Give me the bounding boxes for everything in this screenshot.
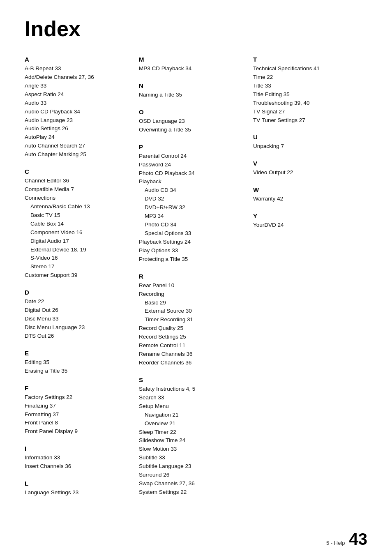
index-entry: Time 22 bbox=[253, 73, 359, 82]
index-entry: Component Video 16 bbox=[25, 228, 131, 237]
index-entry: Audio Language 23 bbox=[25, 116, 131, 125]
index-entry: Subtitle 33 bbox=[139, 454, 245, 462]
index-entry: OSD Language 23 bbox=[139, 117, 245, 126]
index-entry: External Source 30 bbox=[139, 307, 245, 316]
index-entry: Unpacking 7 bbox=[253, 142, 359, 151]
index-entry: Formatting 37 bbox=[25, 410, 131, 419]
index-entry: MP3 CD Playback 34 bbox=[139, 65, 245, 73]
section-p: PParental Control 24Password 24Photo CD … bbox=[139, 143, 245, 264]
section-m: MMP3 CD Playback 34 bbox=[139, 56, 245, 73]
index-entry: Information 33 bbox=[25, 454, 131, 462]
index-entry: Sleep Timer 22 bbox=[139, 428, 245, 437]
index-entry: Safety Instructions 4, 5 bbox=[139, 385, 245, 394]
index-entry: Recording bbox=[139, 290, 245, 299]
index-entry: Overview 21 bbox=[139, 419, 245, 428]
section-letter-d: D bbox=[25, 289, 131, 296]
index-entry: Photo CD Playback 34 bbox=[139, 169, 245, 178]
index-entry: Surround 26 bbox=[139, 471, 245, 479]
section-letter-a: A bbox=[25, 56, 131, 63]
index-entry: Parental Control 24 bbox=[139, 152, 245, 161]
index-entry: DTS Out 26 bbox=[25, 332, 131, 341]
index-entry: System Settings 22 bbox=[139, 488, 245, 497]
section-letter-w: W bbox=[253, 186, 359, 193]
index-entry: YourDVD 24 bbox=[253, 221, 359, 230]
index-entry: Connections bbox=[25, 194, 131, 203]
index-entry: Troubleshooting 39, 40 bbox=[253, 99, 359, 108]
index-entry: Rename Channels 36 bbox=[139, 350, 245, 359]
index-entry: Customer Support 39 bbox=[25, 271, 131, 280]
index-entry: Timer Recording 31 bbox=[139, 316, 245, 324]
section-letter-i: I bbox=[25, 445, 131, 452]
section-f: FFactory Settings 22Finalizing 37Formatt… bbox=[25, 385, 131, 436]
index-entry: Password 24 bbox=[139, 161, 245, 169]
index-entry: Basic TV 15 bbox=[25, 211, 131, 220]
section-letter-o: O bbox=[139, 108, 245, 115]
section-letter-n: N bbox=[139, 82, 245, 89]
index-entry: DVD 32 bbox=[139, 195, 245, 203]
index-entry: S-Video 16 bbox=[25, 254, 131, 263]
index-entry: Auto Channel Search 27 bbox=[25, 142, 131, 150]
index-entry: Record Quality 25 bbox=[139, 324, 245, 333]
page-title: Index bbox=[25, 16, 367, 41]
index-entry: Audio Settings 26 bbox=[25, 124, 131, 133]
index-entry: Reorder Channels 36 bbox=[139, 359, 245, 367]
index-entry: TV Signal 27 bbox=[253, 108, 359, 116]
index-entry: Navigation 21 bbox=[139, 411, 245, 419]
index-entry: Overwriting a Title 35 bbox=[139, 126, 245, 134]
index-entry: Slideshow Time 24 bbox=[139, 436, 245, 445]
section-e: EEditing 35Erasing a Title 35 bbox=[25, 350, 131, 376]
section-letter-u: U bbox=[253, 134, 359, 141]
section-o: OOSD Language 23Overwriting a Title 35 bbox=[139, 108, 245, 134]
section-letter-e: E bbox=[25, 350, 131, 357]
index-entry: Audio CD 34 bbox=[139, 186, 245, 195]
index-entry: Finalizing 37 bbox=[25, 402, 131, 410]
section-u: UUnpacking 7 bbox=[253, 134, 359, 151]
index-entry: Editing 35 bbox=[25, 358, 131, 367]
section-n: NNaming a Title 35 bbox=[139, 82, 245, 99]
index-entry: Compatible Media 7 bbox=[25, 185, 131, 194]
index-entry: Setup Menu bbox=[139, 402, 245, 411]
section-y: YYourDVD 24 bbox=[253, 212, 359, 230]
index-entry: Front Panel 8 bbox=[25, 419, 131, 427]
index-entry: Antenna/Basic Cable 13 bbox=[25, 203, 131, 211]
index-entry: Title 33 bbox=[253, 82, 359, 90]
index-columns: AA-B Repeat 33Add/Delete Channels 27, 36… bbox=[25, 56, 367, 506]
index-entry: Photo CD 34 bbox=[139, 221, 245, 229]
index-entry: Digital Audio 17 bbox=[25, 237, 131, 246]
index-entry: Channel Editor 36 bbox=[25, 177, 131, 185]
index-entry: AutoPlay 24 bbox=[25, 133, 131, 142]
footer-label: 5 - Help bbox=[326, 540, 345, 546]
index-entry: Naming a Title 35 bbox=[139, 91, 245, 99]
column-2: TTechnical Specifications 41Time 22Title… bbox=[253, 56, 367, 506]
index-entry: Slow Motion 33 bbox=[139, 445, 245, 454]
section-letter-v: V bbox=[253, 160, 359, 167]
index-entry: Date 22 bbox=[25, 297, 131, 306]
index-entry: DVD+R/+RW 32 bbox=[139, 203, 245, 212]
column-0: AA-B Repeat 33Add/Delete Channels 27, 36… bbox=[25, 56, 139, 506]
section-i: IInformation 33Insert Channels 36 bbox=[25, 445, 131, 471]
index-entry: Erasing a Title 35 bbox=[25, 367, 131, 376]
index-entry: Special Options 33 bbox=[139, 229, 245, 238]
section-letter-s: S bbox=[139, 376, 245, 383]
section-c: CChannel Editor 36Compatible Media 7Conn… bbox=[25, 168, 131, 280]
index-entry: Title Editing 35 bbox=[253, 90, 359, 99]
section-letter-t: T bbox=[253, 56, 359, 63]
section-letter-l: L bbox=[25, 480, 131, 487]
index-entry: Warranty 42 bbox=[253, 195, 359, 203]
section-t: TTechnical Specifications 41Time 22Title… bbox=[253, 56, 359, 124]
index-entry: Disc Menu 33 bbox=[25, 315, 131, 323]
index-entry: Audio CD Playback 34 bbox=[25, 108, 131, 116]
section-letter-c: C bbox=[25, 168, 131, 175]
section-letter-m: M bbox=[139, 56, 245, 63]
section-w: WWarranty 42 bbox=[253, 186, 359, 203]
index-entry: Swap Channels 27, 36 bbox=[139, 479, 245, 488]
index-entry: Remote Control 11 bbox=[139, 341, 245, 350]
index-entry: Play Options 33 bbox=[139, 247, 245, 255]
index-entry: Aspect Ratio 24 bbox=[25, 90, 131, 99]
index-entry: Protecting a Title 35 bbox=[139, 255, 245, 264]
section-letter-r: R bbox=[139, 273, 245, 280]
column-1: MMP3 CD Playback 34NNaming a Title 35OOS… bbox=[139, 56, 253, 506]
index-entry: Disc Menu Language 23 bbox=[25, 323, 131, 332]
section-s: SSafety Instructions 4, 5Search 33Setup … bbox=[139, 376, 245, 497]
section-letter-y: Y bbox=[253, 212, 359, 219]
